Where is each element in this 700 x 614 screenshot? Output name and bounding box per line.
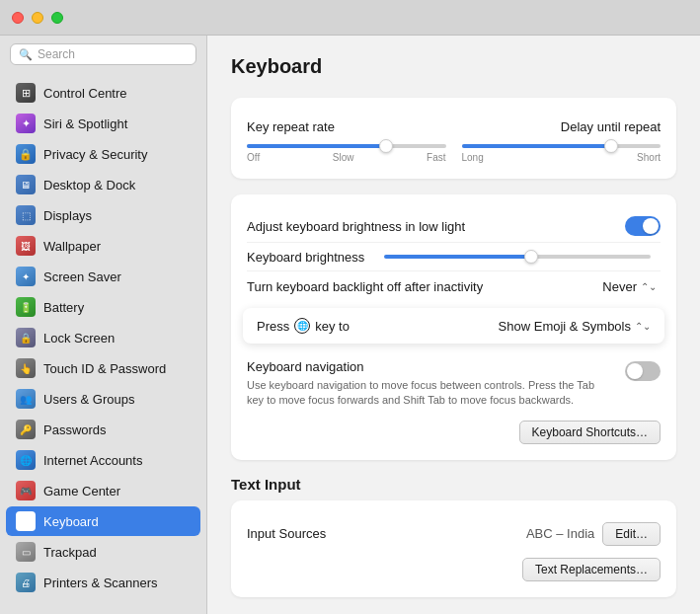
content-area: Keyboard Key repeat rate Delay until rep… [207, 36, 700, 614]
key-repeat-card: Key repeat rate Delay until repeat Off S… [231, 98, 676, 179]
press-key-row: Press 🌐 key to Show Emoji & Symbols ⌃⌄ [243, 308, 664, 344]
wallpaper-icon: 🖼 [16, 236, 36, 256]
key-repeat-label: Key repeat rate [247, 119, 335, 134]
globe-icon: 🌐 [294, 318, 310, 334]
lock-icon: 🔒 [16, 328, 36, 347]
sidebar-item-gamecenter[interactable]: 🎮 Game Center [6, 476, 200, 505]
slow-label: Slow [333, 152, 354, 163]
fast-label: Fast [427, 152, 445, 163]
input-sources-label: Input Sources [247, 526, 326, 541]
sidebar-item-label: Passwords [43, 422, 107, 437]
adjust-brightness-row: Adjust keyboard brightness in low light [247, 210, 661, 242]
keyboard-nav-toggle[interactable] [625, 361, 661, 381]
sidebar-item-siri[interactable]: ✦ Siri & Spotlight [6, 109, 200, 138]
text-input-card: Input Sources ABC – India Edit… Text Rep… [231, 500, 676, 597]
keyboard-nav-description: Use keyboard navigation to move focus be… [247, 378, 613, 409]
sidebar-item-label: Screen Saver [43, 269, 121, 284]
sidebar-item-label: Printers & Scanners [43, 576, 158, 590]
sidebar-item-passwords[interactable]: 🔑 Passwords [6, 415, 200, 444]
keyboard-brightness-label: Keyboard brightness [247, 250, 364, 265]
adjust-brightness-label: Adjust keyboard brightness in low light [247, 219, 465, 234]
desktop-icon: 🖥 [16, 175, 36, 194]
sidebar-item-label: Desktop & Dock [43, 178, 135, 192]
text-replacements-row: Text Replacements… [247, 558, 661, 581]
internet-icon: 🌐 [16, 450, 36, 470]
minimize-button[interactable] [32, 12, 43, 24]
sidebar-item-label: Battery [43, 300, 84, 315]
brightness-thumb [524, 250, 538, 264]
press-key-label: Press 🌐 key to [257, 318, 350, 334]
search-input[interactable]: Search [38, 47, 188, 61]
key-repeat-row: Key repeat rate Delay until repeat [247, 114, 661, 140]
sidebar-item-displays[interactable]: ⬚ Displays [6, 200, 200, 230]
title-bar [0, 0, 700, 36]
key-repeat-slider-group: Off Slow Fast [247, 140, 446, 163]
sidebar-item-keyboard[interactable]: ⌨ Keyboard [6, 506, 200, 536]
sidebar-item-label: Trackpad [43, 545, 97, 560]
keyboard-nav-label: Keyboard navigation [247, 359, 613, 374]
brightness-card: Adjust keyboard brightness in low light … [231, 194, 676, 460]
sidebar-item-battery[interactable]: 🔋 Battery [6, 292, 200, 322]
privacy-icon: 🔒 [16, 144, 36, 164]
control-centre-icon: ⊞ [16, 83, 36, 103]
press-key-section: Press 🌐 key to Show Emoji & Symbols ⌃⌄ [247, 308, 661, 344]
backlight-off-row: Turn keyboard backlight off after inacti… [247, 270, 661, 302]
brightness-slider[interactable] [384, 255, 651, 259]
emoji-dropdown[interactable]: Show Emoji & Symbols ⌃⌄ [499, 319, 651, 334]
sidebar-item-screensaver[interactable]: ✦ Screen Saver [6, 262, 200, 291]
sidebar-item-wallpaper[interactable]: 🖼 Wallpaper [6, 231, 200, 261]
sidebar-item-label: Internet Accounts [43, 453, 142, 468]
sidebar-list: ⊞ Control Centre ✦ Siri & Spotlight 🔒 Pr… [0, 73, 206, 614]
brightness-toggle[interactable] [625, 216, 661, 236]
sidebar-item-label: Privacy & Security [43, 147, 147, 162]
sidebar-item-label: Siri & Spotlight [43, 116, 127, 131]
emoji-value: Show Emoji & Symbols [499, 319, 631, 334]
screensaver-icon: ✦ [16, 267, 36, 286]
sidebar-item-control-centre[interactable]: ⊞ Control Centre [6, 78, 200, 108]
printers-icon: 🖨 [16, 573, 36, 592]
key-to-text: key to [315, 319, 350, 334]
key-repeat-slider[interactable] [247, 144, 446, 148]
keyboard-shortcuts-button[interactable]: Keyboard Shortcuts… [519, 421, 661, 444]
maximize-button[interactable] [51, 12, 63, 24]
keyboard-icon: ⌨ [16, 511, 36, 531]
sidebar-item-label: Lock Screen [43, 331, 115, 345]
sliders-row: Off Slow Fast Long Short [247, 140, 661, 163]
long-label: Long [462, 152, 484, 163]
delay-repeat-label: Delay until repeat [561, 119, 661, 134]
delay-repeat-slider[interactable] [462, 144, 661, 148]
touchid-icon: 👆 [16, 358, 36, 378]
sidebar-item-users[interactable]: 👥 Users & Groups [6, 384, 200, 414]
sidebar-item-touchid[interactable]: 👆 Touch ID & Password [6, 353, 200, 383]
sidebar-item-trackpad[interactable]: ▭ Trackpad [6, 537, 200, 567]
backlight-value: Never [602, 279, 637, 294]
sidebar-item-label: Keyboard [43, 514, 99, 529]
sidebar-item-label: Wallpaper [43, 239, 101, 254]
sidebar-item-lock[interactable]: 🔒 Lock Screen [6, 323, 200, 352]
gamecenter-icon: 🎮 [16, 481, 36, 500]
sidebar-item-desktop[interactable]: 🖥 Desktop & Dock [6, 170, 200, 199]
sidebar-item-printers[interactable]: 🖨 Printers & Scanners [6, 568, 200, 597]
search-icon: 🔍 [19, 48, 33, 61]
short-label: Short [637, 152, 661, 163]
chevron-down-icon: ⌃⌄ [641, 281, 657, 292]
sidebar-item-internet[interactable]: 🌐 Internet Accounts [6, 445, 200, 475]
sidebar-item-label: Game Center [43, 484, 120, 499]
users-icon: 👥 [16, 389, 36, 409]
backlight-dropdown[interactable]: Never ⌃⌄ [598, 277, 661, 296]
edit-button[interactable]: Edit… [602, 522, 661, 546]
sidebar-item-label: Touch ID & Password [43, 361, 166, 376]
sidebar-item-label: Users & Groups [43, 392, 134, 407]
battery-icon: 🔋 [16, 297, 36, 317]
keyboard-brightness-row: Keyboard brightness [247, 242, 661, 270]
keyboard-nav-row: Keyboard navigation Use keyboard navigat… [247, 349, 661, 415]
close-button[interactable] [12, 12, 24, 24]
press-text: Press [257, 319, 289, 334]
sidebar-item-privacy[interactable]: 🔒 Privacy & Security [6, 139, 200, 169]
nav-toggle-knob [627, 363, 643, 379]
trackpad-icon: ▭ [16, 542, 36, 562]
search-box[interactable]: 🔍 Search [10, 43, 196, 65]
search-container: 🔍 Search [0, 36, 206, 73]
sidebar-item-label: Control Centre [43, 86, 127, 101]
text-replacements-button[interactable]: Text Replacements… [522, 558, 661, 581]
